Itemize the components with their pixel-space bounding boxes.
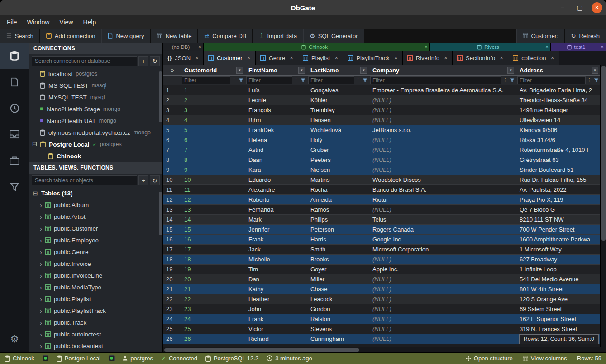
grid-cell[interactable]: Peterson [307,225,369,235]
row-number[interactable]: 13 [163,205,181,215]
grid-cell[interactable]: Leacock [307,294,369,304]
column-header-company[interactable]: Company▾ [369,65,516,75]
refresh-button[interactable]: ↻Refresh [565,29,606,43]
tab-playlisttrack[interactable]: PlaylistTrack× [343,51,402,65]
tab-json[interactable]: {}JSON× [163,51,204,65]
grid-cell[interactable]: (NULL) [369,105,516,115]
connection-item-mysql-test[interactable]: MYSQL TESTmysql [29,91,162,103]
close-tab-icon[interactable]: × [551,55,554,61]
column-dropdown-icon[interactable]: ▾ [592,67,598,74]
close-tab-icon[interactable]: × [425,44,428,50]
grid-cell[interactable]: 801 W 4th Street [516,284,600,294]
row-number[interactable]: 11 [163,185,181,195]
menu-window[interactable]: Window [22,17,55,28]
filter-funnel-icon[interactable] [593,76,599,84]
grid-cell[interactable]: 10 [181,175,245,185]
table-item-public-album[interactable]: ›public.Album [29,199,162,211]
add-connection-button[interactable]: Add connection [40,29,102,43]
grid-cell[interactable]: Victor [245,324,307,334]
grid-cell[interactable]: Mark [245,215,307,225]
grid-cell[interactable]: 26 [181,334,245,344]
row-number[interactable]: 25 [163,324,181,334]
table-item-public-employee[interactable]: ›public.Employee [29,234,162,246]
grid-cell[interactable]: 1 [181,85,245,95]
grid-cell[interactable]: Fernanda [245,205,307,215]
table-item-public-track[interactable]: ›public.Track [29,317,162,328]
grid-cell[interactable]: (NULL) [369,165,516,175]
grid-cell[interactable]: 4 [181,115,245,125]
grid-cell[interactable]: Frank [245,314,307,324]
row-number[interactable]: 14 [163,215,181,225]
grid-cell[interactable]: Heather [245,294,307,304]
row-number[interactable]: 2 [163,95,181,105]
status-open-structure[interactable]: Open structure [466,355,513,362]
grid-cell[interactable]: 319 N. Frances Street [516,324,600,334]
customer-button[interactable]: Customer: [516,29,565,43]
grid-cell[interactable]: 13 [181,205,245,215]
grid-cell[interactable]: Goyer [307,265,369,274]
compare-db-button[interactable]: ⇄Compare DB [198,29,253,43]
grid-cell[interactable]: 162 E Superior Street [516,314,600,324]
tables-group-header[interactable]: ⊟ Tables (13) [29,187,162,199]
grid-cell[interactable]: 700 W Pender Street [516,225,600,235]
row-number[interactable]: 15 [163,225,181,235]
grid-cell[interactable]: 120 S Orange Ave [516,294,600,304]
grid-cell[interactable]: 12 [181,195,245,205]
tab-customer[interactable]: Customer× [204,51,256,65]
rail-item-connections[interactable] [0,43,29,69]
grid-cell[interactable]: Gordon [307,304,369,314]
rail-item-filters[interactable] [0,174,29,200]
grid-cell[interactable]: 7 [181,145,245,155]
column-header-firstname[interactable]: FirstName▾ [245,65,307,75]
grid-cell[interactable]: 627 Broadway [516,255,600,265]
grid-cell[interactable]: Gruber [307,145,369,155]
grid-cell[interactable]: 19 [181,265,245,274]
close-button[interactable]: × [592,2,602,13]
grid-cell[interactable]: Jack [245,245,307,255]
row-number[interactable]: 1 [163,85,181,95]
grid-cell[interactable]: (NULL) [369,255,516,265]
maximize-button[interactable]: ▢ [574,2,585,13]
column-header-lastname[interactable]: LastName▾ [307,65,369,75]
row-number[interactable]: 7 [163,145,181,155]
row-number[interactable]: 9 [163,165,181,175]
grid-cell[interactable]: (NULL) [369,95,516,105]
row-number[interactable]: 6 [163,135,181,145]
grid-cell[interactable]: Sřnder Boulevard 51 [516,165,600,175]
grid-cell[interactable]: Brooks [307,255,369,265]
row-number[interactable]: 12 [163,195,181,205]
grid-cell[interactable]: Ullevĺlsveien 14 [516,115,600,125]
grid-cell[interactable]: (NULL) [369,314,516,324]
filter-funnel-icon[interactable] [509,76,515,84]
table-item-public-customer[interactable]: ›public.Customer [29,222,162,234]
grid-cell[interactable]: Almeida [307,195,369,205]
table-item-public-mediatype[interactable]: ›public.MediaType [29,281,162,293]
grid-cell[interactable]: Theodor-Heuss-Straße 34 [516,95,600,105]
connections-search-input[interactable] [32,56,137,66]
grid-cell[interactable]: 17 [181,245,245,255]
grid-cell[interactable]: 24 [181,314,245,324]
grid-cell[interactable]: 3 [181,105,245,115]
grid-cell[interactable]: 1 Microsoft Way [516,245,600,255]
row-number[interactable]: 18 [163,255,181,265]
grid-cell[interactable]: Köhler [307,95,369,105]
filter-menu-icon[interactable]: ⋮ [586,76,592,84]
tab-collection[interactable]: collection× [508,51,559,65]
grid-cell[interactable]: Leonie [245,95,307,105]
row-number[interactable]: 24 [163,314,181,324]
grid-cell[interactable]: Ramos [307,205,369,215]
grid-cell[interactable]: Alexandre [245,185,307,195]
grid-cell[interactable]: Klanova 9/506 [516,125,600,135]
grid-cell[interactable]: 8210 111 ST NW [516,215,600,225]
close-tab-icon[interactable]: × [247,55,251,61]
grid-cell[interactable]: Jennifer [245,225,307,235]
grid-cell[interactable]: Kathy [245,284,307,294]
grid-cell[interactable]: (NULL) [369,274,516,284]
grid-cell[interactable]: Helena [245,135,307,145]
grid-cell[interactable]: (NULL) [369,284,516,294]
column-header-customerid[interactable]: CustomerId▾ [181,65,245,75]
vertical-scrollbar-thumb[interactable] [601,66,606,241]
minimize-button[interactable]: − [557,2,568,13]
filter-input-lastname[interactable] [308,76,354,84]
close-tab-icon[interactable]: × [545,44,549,50]
